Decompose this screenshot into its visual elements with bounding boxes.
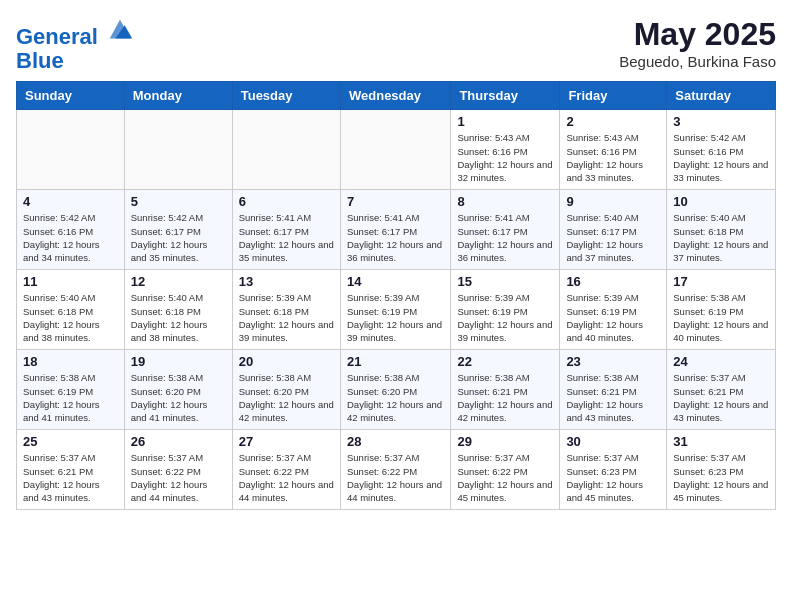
calendar-cell: 7Sunrise: 5:41 AM Sunset: 6:17 PM Daylig…: [340, 190, 450, 270]
day-info: Sunrise: 5:37 AM Sunset: 6:22 PM Dayligh…: [239, 451, 334, 504]
calendar-cell: 8Sunrise: 5:41 AM Sunset: 6:17 PM Daylig…: [451, 190, 560, 270]
calendar-cell: [124, 110, 232, 190]
calendar-cell: [232, 110, 340, 190]
weekday-header-wednesday: Wednesday: [340, 82, 450, 110]
day-number: 6: [239, 194, 334, 209]
day-info: Sunrise: 5:38 AM Sunset: 6:19 PM Dayligh…: [673, 291, 769, 344]
calendar-cell: 31Sunrise: 5:37 AM Sunset: 6:23 PM Dayli…: [667, 430, 776, 510]
calendar-cell: 19Sunrise: 5:38 AM Sunset: 6:20 PM Dayli…: [124, 350, 232, 430]
calendar-week-1: 1Sunrise: 5:43 AM Sunset: 6:16 PM Daylig…: [17, 110, 776, 190]
calendar-cell: 21Sunrise: 5:38 AM Sunset: 6:20 PM Dayli…: [340, 350, 450, 430]
day-number: 9: [566, 194, 660, 209]
calendar-cell: [17, 110, 125, 190]
weekday-header-sunday: Sunday: [17, 82, 125, 110]
calendar-cell: 1Sunrise: 5:43 AM Sunset: 6:16 PM Daylig…: [451, 110, 560, 190]
calendar-cell: 11Sunrise: 5:40 AM Sunset: 6:18 PM Dayli…: [17, 270, 125, 350]
day-info: Sunrise: 5:37 AM Sunset: 6:23 PM Dayligh…: [673, 451, 769, 504]
day-number: 28: [347, 434, 444, 449]
day-number: 5: [131, 194, 226, 209]
day-number: 24: [673, 354, 769, 369]
day-number: 16: [566, 274, 660, 289]
calendar-cell: 12Sunrise: 5:40 AM Sunset: 6:18 PM Dayli…: [124, 270, 232, 350]
day-info: Sunrise: 5:39 AM Sunset: 6:19 PM Dayligh…: [566, 291, 660, 344]
logo-line2: Blue: [16, 49, 134, 73]
day-info: Sunrise: 5:40 AM Sunset: 6:18 PM Dayligh…: [673, 211, 769, 264]
calendar-cell: 9Sunrise: 5:40 AM Sunset: 6:17 PM Daylig…: [560, 190, 667, 270]
day-info: Sunrise: 5:40 AM Sunset: 6:18 PM Dayligh…: [131, 291, 226, 344]
day-info: Sunrise: 5:43 AM Sunset: 6:16 PM Dayligh…: [457, 131, 553, 184]
calendar-cell: 17Sunrise: 5:38 AM Sunset: 6:19 PM Dayli…: [667, 270, 776, 350]
calendar-cell: 26Sunrise: 5:37 AM Sunset: 6:22 PM Dayli…: [124, 430, 232, 510]
calendar-cell: 4Sunrise: 5:42 AM Sunset: 6:16 PM Daylig…: [17, 190, 125, 270]
day-info: Sunrise: 5:37 AM Sunset: 6:22 PM Dayligh…: [131, 451, 226, 504]
day-info: Sunrise: 5:39 AM Sunset: 6:19 PM Dayligh…: [457, 291, 553, 344]
day-number: 27: [239, 434, 334, 449]
calendar-cell: 24Sunrise: 5:37 AM Sunset: 6:21 PM Dayli…: [667, 350, 776, 430]
title-block: May 2025 Beguedo, Burkina Faso: [619, 16, 776, 70]
day-info: Sunrise: 5:41 AM Sunset: 6:17 PM Dayligh…: [347, 211, 444, 264]
calendar-cell: 2Sunrise: 5:43 AM Sunset: 6:16 PM Daylig…: [560, 110, 667, 190]
logo-line1: General: [16, 24, 98, 49]
logo-icon: [106, 16, 134, 44]
calendar-cell: 6Sunrise: 5:41 AM Sunset: 6:17 PM Daylig…: [232, 190, 340, 270]
day-info: Sunrise: 5:38 AM Sunset: 6:19 PM Dayligh…: [23, 371, 118, 424]
day-number: 29: [457, 434, 553, 449]
day-info: Sunrise: 5:40 AM Sunset: 6:17 PM Dayligh…: [566, 211, 660, 264]
day-info: Sunrise: 5:41 AM Sunset: 6:17 PM Dayligh…: [239, 211, 334, 264]
day-number: 4: [23, 194, 118, 209]
calendar-cell: 5Sunrise: 5:42 AM Sunset: 6:17 PM Daylig…: [124, 190, 232, 270]
logo: General Blue: [16, 16, 134, 73]
calendar-week-3: 11Sunrise: 5:40 AM Sunset: 6:18 PM Dayli…: [17, 270, 776, 350]
calendar-cell: 10Sunrise: 5:40 AM Sunset: 6:18 PM Dayli…: [667, 190, 776, 270]
calendar-cell: 20Sunrise: 5:38 AM Sunset: 6:20 PM Dayli…: [232, 350, 340, 430]
day-number: 19: [131, 354, 226, 369]
calendar-cell: 23Sunrise: 5:38 AM Sunset: 6:21 PM Dayli…: [560, 350, 667, 430]
day-info: Sunrise: 5:38 AM Sunset: 6:20 PM Dayligh…: [347, 371, 444, 424]
weekday-header-row: SundayMondayTuesdayWednesdayThursdayFrid…: [17, 82, 776, 110]
weekday-header-friday: Friday: [560, 82, 667, 110]
calendar-cell: 14Sunrise: 5:39 AM Sunset: 6:19 PM Dayli…: [340, 270, 450, 350]
calendar-week-2: 4Sunrise: 5:42 AM Sunset: 6:16 PM Daylig…: [17, 190, 776, 270]
calendar-cell: 22Sunrise: 5:38 AM Sunset: 6:21 PM Dayli…: [451, 350, 560, 430]
day-number: 14: [347, 274, 444, 289]
day-info: Sunrise: 5:39 AM Sunset: 6:18 PM Dayligh…: [239, 291, 334, 344]
location-subtitle: Beguedo, Burkina Faso: [619, 53, 776, 70]
day-number: 30: [566, 434, 660, 449]
calendar-cell: 27Sunrise: 5:37 AM Sunset: 6:22 PM Dayli…: [232, 430, 340, 510]
calendar-table: SundayMondayTuesdayWednesdayThursdayFrid…: [16, 81, 776, 510]
calendar-cell: 30Sunrise: 5:37 AM Sunset: 6:23 PM Dayli…: [560, 430, 667, 510]
day-number: 11: [23, 274, 118, 289]
day-number: 18: [23, 354, 118, 369]
day-info: Sunrise: 5:43 AM Sunset: 6:16 PM Dayligh…: [566, 131, 660, 184]
weekday-header-saturday: Saturday: [667, 82, 776, 110]
weekday-header-tuesday: Tuesday: [232, 82, 340, 110]
day-number: 7: [347, 194, 444, 209]
day-number: 22: [457, 354, 553, 369]
day-info: Sunrise: 5:38 AM Sunset: 6:21 PM Dayligh…: [457, 371, 553, 424]
day-number: 2: [566, 114, 660, 129]
calendar-cell: 18Sunrise: 5:38 AM Sunset: 6:19 PM Dayli…: [17, 350, 125, 430]
day-number: 20: [239, 354, 334, 369]
day-info: Sunrise: 5:37 AM Sunset: 6:22 PM Dayligh…: [347, 451, 444, 504]
calendar-week-5: 25Sunrise: 5:37 AM Sunset: 6:21 PM Dayli…: [17, 430, 776, 510]
day-number: 8: [457, 194, 553, 209]
day-number: 21: [347, 354, 444, 369]
day-info: Sunrise: 5:37 AM Sunset: 6:21 PM Dayligh…: [673, 371, 769, 424]
day-info: Sunrise: 5:38 AM Sunset: 6:20 PM Dayligh…: [131, 371, 226, 424]
weekday-header-thursday: Thursday: [451, 82, 560, 110]
day-info: Sunrise: 5:41 AM Sunset: 6:17 PM Dayligh…: [457, 211, 553, 264]
day-number: 23: [566, 354, 660, 369]
day-number: 31: [673, 434, 769, 449]
weekday-header-monday: Monday: [124, 82, 232, 110]
day-info: Sunrise: 5:42 AM Sunset: 6:16 PM Dayligh…: [23, 211, 118, 264]
day-info: Sunrise: 5:42 AM Sunset: 6:17 PM Dayligh…: [131, 211, 226, 264]
day-info: Sunrise: 5:37 AM Sunset: 6:23 PM Dayligh…: [566, 451, 660, 504]
day-number: 1: [457, 114, 553, 129]
calendar-cell: 25Sunrise: 5:37 AM Sunset: 6:21 PM Dayli…: [17, 430, 125, 510]
day-number: 12: [131, 274, 226, 289]
day-info: Sunrise: 5:42 AM Sunset: 6:16 PM Dayligh…: [673, 131, 769, 184]
calendar-cell: 13Sunrise: 5:39 AM Sunset: 6:18 PM Dayli…: [232, 270, 340, 350]
day-number: 15: [457, 274, 553, 289]
day-info: Sunrise: 5:37 AM Sunset: 6:21 PM Dayligh…: [23, 451, 118, 504]
day-info: Sunrise: 5:38 AM Sunset: 6:21 PM Dayligh…: [566, 371, 660, 424]
